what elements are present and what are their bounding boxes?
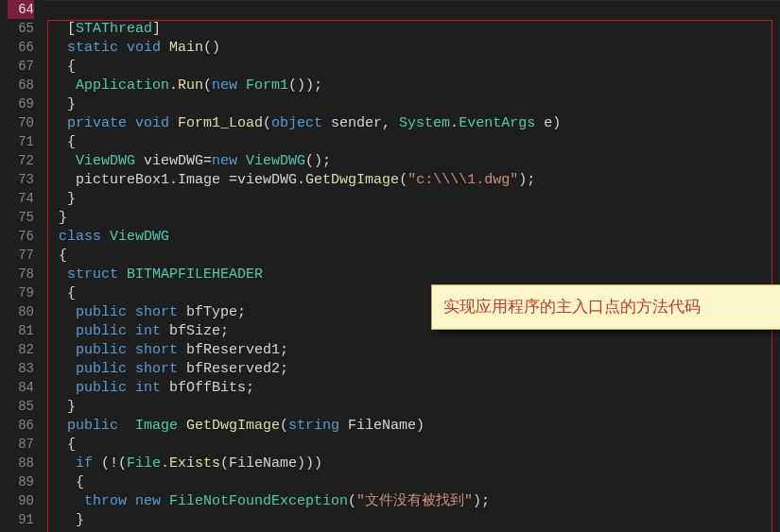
line-number: 76 xyxy=(8,227,34,246)
token-punc: ) xyxy=(552,115,561,131)
code-line[interactable]: struct BITMAPFILEHEADER xyxy=(51,266,780,284)
code-line[interactable]: static void Main() xyxy=(51,39,780,58)
code-line[interactable]: if (!(File.Exists(FileName))) xyxy=(51,455,780,473)
token-kw: void xyxy=(127,40,169,56)
token-id: bfOffBits xyxy=(169,380,246,396)
line-number: 67 xyxy=(8,57,34,76)
token-punc: } xyxy=(59,512,84,528)
token-kw: public xyxy=(59,418,135,434)
token-kw: public xyxy=(59,304,135,320)
line-number: 73 xyxy=(8,170,34,189)
token-kw: if xyxy=(59,455,101,472)
line-number: 90 xyxy=(8,491,34,510)
token-punc: { xyxy=(59,59,76,75)
token-kw: short xyxy=(135,304,186,320)
token-type: ViewDWG xyxy=(110,229,169,245)
token-punc: { xyxy=(59,474,84,490)
token-id: sender, xyxy=(331,115,399,131)
token-fn: GetDwgImage xyxy=(305,172,399,188)
code-line[interactable]: { xyxy=(51,436,780,455)
line-number: 66 xyxy=(8,38,34,57)
line-number: 88 xyxy=(8,454,34,472)
code-line[interactable]: public short bfReserved1; xyxy=(51,341,780,360)
code-line[interactable]: } xyxy=(51,398,780,417)
code-editor: 6465666768697071727374757677787980818283… xyxy=(0,0,780,532)
token-punc: ( xyxy=(203,77,212,94)
token-id: bfReserved1 xyxy=(186,342,280,358)
code-line[interactable]: { xyxy=(51,247,780,266)
token-str: "文件没有被找到" xyxy=(356,493,473,509)
line-number: 83 xyxy=(8,359,34,378)
line-number: 81 xyxy=(8,321,34,340)
token-punc: . xyxy=(450,115,459,131)
code-line[interactable]: } xyxy=(51,511,780,530)
code-line[interactable] xyxy=(51,1,780,20)
code-line[interactable]: class ViewDWG xyxy=(51,228,780,247)
line-number: 69 xyxy=(8,94,34,113)
token-fn: Main xyxy=(169,40,203,56)
token-punc: = xyxy=(203,153,212,169)
line-number: 89 xyxy=(8,472,34,491)
token-type: Form1 xyxy=(246,77,288,94)
token-kw: public xyxy=(59,380,135,396)
token-fn: GetDwgImage xyxy=(186,418,280,434)
code-line[interactable]: Application.Run(new Form1()); xyxy=(51,77,780,95)
line-number: 85 xyxy=(8,397,34,416)
token-id: bfReserved2 xyxy=(186,361,280,377)
line-number: 86 xyxy=(8,416,34,435)
token-punc: ( xyxy=(263,115,271,131)
token-type: Application xyxy=(59,77,169,94)
code-content-area[interactable]: 实现应用程序的主入口点的方法代码 [STAThread] static void… xyxy=(45,0,780,532)
token-kw: new xyxy=(135,493,169,509)
line-number-gutter: 6465666768697071727374757677787980818283… xyxy=(0,0,45,532)
code-line[interactable]: ViewDWG viewDWG=new ViewDWG(); xyxy=(51,152,780,171)
code-line[interactable]: { xyxy=(51,58,780,77)
token-kw: public xyxy=(59,342,135,358)
token-punc: { xyxy=(59,248,67,264)
code-line[interactable]: pictureBox1.Image =viewDWG.GetDwgImage("… xyxy=(51,171,780,190)
code-line[interactable]: } xyxy=(51,190,780,209)
token-punc: . xyxy=(161,455,169,472)
line-number: 68 xyxy=(8,76,34,94)
code-line[interactable]: [STAThread] xyxy=(51,20,780,39)
token-kw: throw xyxy=(59,493,135,509)
token-kw: short xyxy=(135,342,186,358)
code-line[interactable]: { xyxy=(51,133,780,152)
code-line[interactable]: private void Form1_Load(object sender, S… xyxy=(51,114,780,133)
token-kw: string xyxy=(288,418,348,434)
code-line[interactable]: } xyxy=(51,95,780,114)
token-type: BITMAPFILEHEADER xyxy=(127,266,263,283)
token-kw: struct xyxy=(59,266,127,283)
code-line[interactable]: public short bfReserved2; xyxy=(51,360,780,379)
token-fn: Run xyxy=(178,77,203,94)
token-punc: ) xyxy=(416,418,425,434)
line-number: 65 xyxy=(8,19,34,38)
token-kw: public xyxy=(59,361,135,377)
line-number: 87 xyxy=(8,435,34,454)
token-type: System xyxy=(399,115,450,131)
code-line[interactable]: { xyxy=(51,473,780,492)
token-punc: . xyxy=(169,77,178,94)
code-line[interactable]: throw new FileNotFoundException("文件没有被找到… xyxy=(51,492,780,511)
line-number: 75 xyxy=(8,208,34,227)
token-punc: } xyxy=(59,96,76,112)
token-type: ViewDWG xyxy=(246,153,305,169)
token-punc: ))) xyxy=(297,455,322,472)
code-line[interactable]: } xyxy=(51,209,780,228)
token-id: Image xyxy=(178,172,229,188)
code-line[interactable]: public Image GetDwgImage(string FileName… xyxy=(51,417,780,436)
token-id: viewDWG xyxy=(144,153,203,169)
token-punc: ()); xyxy=(288,77,322,94)
line-number: 78 xyxy=(8,265,34,283)
annotation-callout: 实现应用程序的主入口点的方法代码 xyxy=(431,284,780,330)
token-kw: short xyxy=(135,361,186,377)
code-line[interactable]: public int bfOffBits; xyxy=(51,379,780,398)
token-str: "c:\\\\1.dwg" xyxy=(407,172,518,188)
token-punc: } xyxy=(59,191,76,207)
token-punc: ( xyxy=(399,172,407,188)
token-fn: Form1_Load xyxy=(178,115,263,131)
token-punc: ; xyxy=(280,342,288,358)
token-kw: int xyxy=(135,380,169,396)
token-punc: () xyxy=(203,40,220,56)
token-punc: = xyxy=(229,172,237,188)
